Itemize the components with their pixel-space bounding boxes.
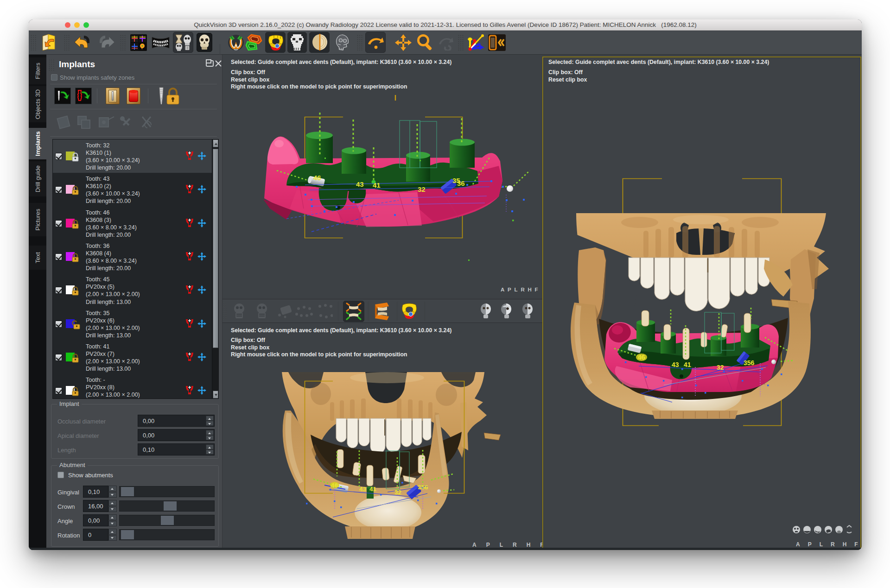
svg-text:36: 36 <box>457 179 465 187</box>
svg-text:41: 41 <box>684 361 691 368</box>
svg-text:43: 43 <box>356 180 364 188</box>
svg-text:356: 356 <box>744 359 755 367</box>
svg-text:43: 43 <box>359 486 367 493</box>
svg-text:46: 46 <box>313 174 321 182</box>
svg-text:43: 43 <box>672 361 679 368</box>
svg-text:41: 41 <box>373 181 381 189</box>
svg-text:32: 32 <box>717 364 724 371</box>
svg-text:32: 32 <box>418 185 426 193</box>
svg-text:356: 356 <box>418 484 428 491</box>
svg-text:46: 46 <box>331 482 338 489</box>
svg-text:46: 46 <box>638 354 645 361</box>
svg-text:32: 32 <box>394 489 401 496</box>
svg-text:41: 41 <box>369 486 377 493</box>
